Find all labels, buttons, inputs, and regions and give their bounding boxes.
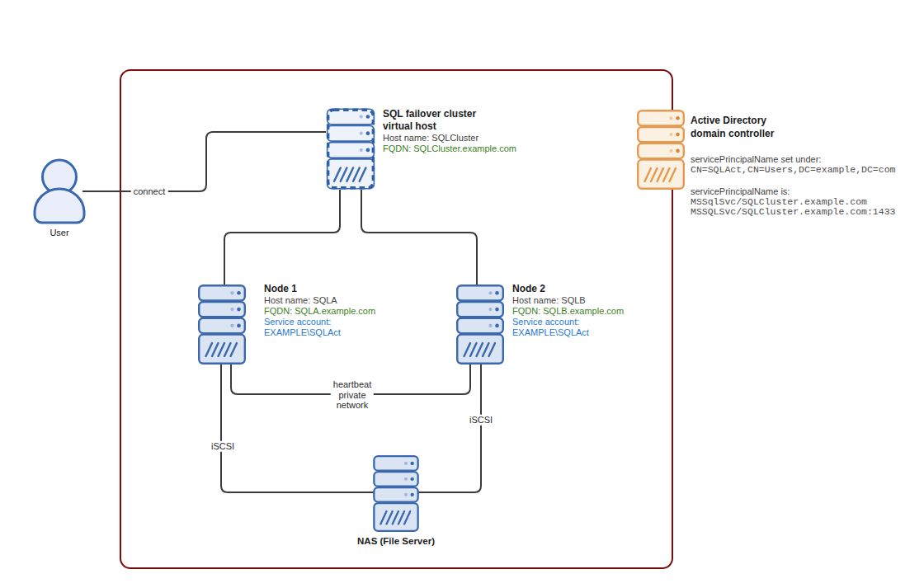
node2-text-block: Node 2 Host name: SQLB FQDN: SQLB.exampl… bbox=[512, 283, 624, 338]
heartbeat-label-line2: private bbox=[333, 390, 371, 401]
nas-server-icon bbox=[371, 455, 421, 532]
node2-title: Node 2 bbox=[512, 283, 624, 295]
node2-service-account-label: Service account: bbox=[512, 317, 624, 327]
vh-to-node1-line bbox=[224, 190, 340, 285]
iscsi-left-label: iSCSI bbox=[209, 441, 237, 452]
node1-server-icon bbox=[198, 285, 246, 365]
virtual-host-title-line2: virtual host bbox=[383, 120, 516, 133]
connect-line bbox=[82, 132, 326, 191]
virtual-host-fqdn: FQDN: SQLCluster.example.com bbox=[383, 143, 516, 154]
node1-fqdn: FQDN: SQLA.example.com bbox=[264, 306, 375, 317]
sql-virtual-host-server-icon bbox=[326, 108, 375, 190]
node2-fqdn: FQDN: SQLB.example.com bbox=[512, 306, 624, 317]
active-directory-server-icon bbox=[637, 110, 685, 190]
virtual-host-title-line1: SQL failover cluster bbox=[383, 108, 516, 120]
node2-hostname: Host name: SQLB bbox=[512, 295, 624, 306]
ad-spn-is-label: servicePrincipalName is: bbox=[691, 186, 895, 197]
node1-service-account: EXAMPLE\SQLAct bbox=[264, 327, 375, 338]
active-directory-text-block: Active Directory domain controller servi… bbox=[691, 114, 895, 218]
virtual-host-hostname: Host name: SQLCluster bbox=[383, 133, 516, 143]
iscsi-right-label: iSCSI bbox=[467, 415, 495, 426]
nas-label: NAS (File Server) bbox=[346, 535, 446, 548]
node1-hostname: Host name: SQLA bbox=[264, 295, 375, 306]
user-label: User bbox=[32, 228, 87, 238]
connect-label: connect bbox=[131, 186, 168, 197]
ad-title-line2: domain controller bbox=[691, 127, 895, 140]
ad-spn-set-label: servicePrincipalName set under: bbox=[691, 154, 895, 165]
virtual-host-text-block: SQL failover cluster virtual host Host n… bbox=[383, 108, 516, 154]
diagram-canvas: User SQL failover cluster virtual host H… bbox=[0, 0, 924, 588]
vh-to-node2-line bbox=[361, 190, 477, 285]
user-icon bbox=[32, 158, 87, 228]
node1-service-account-label: Service account: bbox=[264, 317, 375, 327]
node1-title: Node 1 bbox=[264, 283, 375, 295]
heartbeat-label: heartbeat private network bbox=[331, 379, 374, 411]
heartbeat-label-line1: heartbeat bbox=[333, 379, 371, 390]
node1-text-block: Node 1 Host name: SQLA FQDN: SQLA.exampl… bbox=[264, 283, 375, 338]
heartbeat-label-line3: network bbox=[333, 400, 371, 411]
ad-spn-value2: MSSQLSvc/SQLCluster.example.com:1433 bbox=[691, 207, 895, 218]
ad-spn-dn: CN=SQLAct,CN=Users,DC=example,DC=com bbox=[691, 165, 895, 176]
node2-service-account: EXAMPLE\SQLAct bbox=[512, 327, 624, 338]
ad-title-line1: Active Directory bbox=[691, 114, 895, 127]
node2-server-icon bbox=[456, 285, 504, 365]
